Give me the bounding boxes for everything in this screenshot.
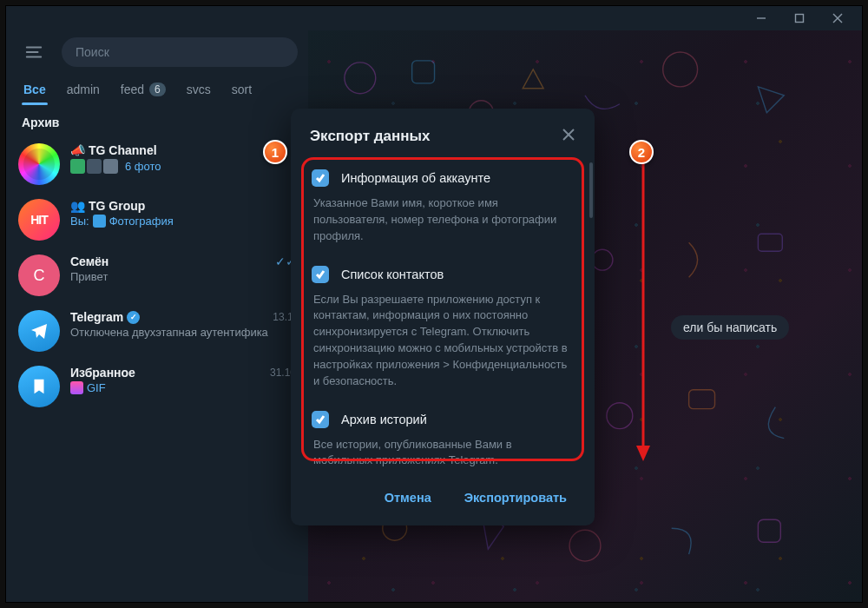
gif-thumb-icon bbox=[70, 381, 83, 394]
chat-list[interactable]: 📣TG Channel 6 фото HIT 👥TG Group Вы: bbox=[6, 136, 308, 602]
svg-point-9 bbox=[592, 249, 613, 270]
chat-title: 📣TG Channel bbox=[70, 143, 157, 157]
checkbox-checked[interactable] bbox=[312, 169, 329, 187]
photo-thumb-icon bbox=[93, 215, 106, 228]
option-label: Информация об аккаунте bbox=[341, 171, 490, 185]
svg-point-15 bbox=[569, 530, 601, 561]
sidebar: Поиск Все admin feed6 svcs sort Архив 📣T… bbox=[6, 30, 308, 602]
chat-item[interactable]: Telegram ✓ 13.1. Отключена двухэтапная а… bbox=[6, 303, 308, 359]
export-options[interactable]: Информация об аккаунте Указанное Вами им… bbox=[303, 161, 593, 472]
annotation-arrow-icon bbox=[636, 162, 654, 463]
search-placeholder: Поиск bbox=[76, 45, 109, 59]
empty-chat-hint: ели бы написать bbox=[671, 315, 789, 340]
option-description: Все истории, опубликованные Вами в мобил… bbox=[312, 437, 577, 470]
megaphone-icon: 📣 bbox=[70, 143, 85, 157]
export-button[interactable]: Экспортировать bbox=[452, 484, 579, 512]
svg-point-12 bbox=[607, 403, 633, 429]
svg-rect-10 bbox=[758, 234, 782, 251]
svg-point-4 bbox=[345, 63, 376, 94]
cancel-button[interactable]: Отмена bbox=[372, 484, 444, 512]
avatar bbox=[18, 310, 60, 352]
tab-feed[interactable]: feed6 bbox=[119, 77, 168, 105]
window-close-button[interactable] bbox=[819, 6, 857, 30]
svg-point-7 bbox=[663, 52, 698, 87]
checkbox-checked[interactable] bbox=[312, 266, 329, 283]
hamburger-menu-button[interactable] bbox=[20, 38, 48, 66]
svg-rect-13 bbox=[689, 390, 715, 409]
folder-tabs: Все admin feed6 svcs sort bbox=[6, 74, 308, 105]
chat-preview: Вы: Фотография bbox=[70, 215, 296, 228]
chat-title: Telegram ✓ bbox=[70, 310, 140, 324]
annotation-badge-1: 1 bbox=[263, 140, 287, 164]
tab-all[interactable]: Все bbox=[22, 77, 48, 105]
chat-preview: 6 фото bbox=[70, 159, 296, 174]
chat-preview: Привет bbox=[70, 270, 296, 283]
avatar: HIT bbox=[18, 199, 60, 241]
option-label: Список контактов bbox=[341, 268, 444, 281]
chat-item[interactable]: HIT 👥TG Group Вы: Фотография bbox=[6, 192, 308, 248]
export-dialog: Экспорт данных Информация об аккаунте Ук… bbox=[291, 109, 595, 525]
svg-rect-1 bbox=[796, 15, 804, 23]
option-row[interactable]: Список контактов bbox=[312, 266, 577, 283]
option-row[interactable]: Информация об аккаунте bbox=[312, 169, 577, 187]
tab-sort[interactable]: sort bbox=[230, 77, 253, 105]
window-minimize-button[interactable] bbox=[742, 6, 780, 30]
export-option-account-info: Информация об аккаунте Указанное Вами им… bbox=[303, 161, 584, 257]
avatar bbox=[18, 143, 60, 185]
tab-svcs[interactable]: svcs bbox=[185, 77, 213, 105]
chat-item[interactable]: С Семён ✓✓ Привет bbox=[6, 248, 308, 303]
annotation-badge-2: 2 bbox=[629, 140, 654, 164]
checkbox-checked[interactable] bbox=[312, 411, 329, 428]
group-icon: 👥 bbox=[70, 199, 85, 213]
option-row[interactable]: Архив историй bbox=[312, 411, 577, 428]
svg-rect-5 bbox=[412, 61, 435, 83]
chat-title: 👥TG Group bbox=[70, 199, 145, 213]
chat-title: Избранное bbox=[70, 366, 135, 380]
verified-icon: ✓ bbox=[127, 311, 140, 324]
avatar bbox=[18, 366, 60, 407]
tab-feed-badge: 6 bbox=[149, 83, 166, 96]
dialog-close-button[interactable] bbox=[558, 124, 579, 149]
chat-item[interactable]: 📣TG Channel 6 фото bbox=[6, 136, 308, 192]
option-description: Если Вы разрешаете приложению доступ к к… bbox=[312, 292, 577, 390]
search-input[interactable]: Поиск bbox=[62, 37, 298, 67]
app-window: Поиск Все admin feed6 svcs sort Архив 📣T… bbox=[5, 5, 863, 603]
chat-title: Семён bbox=[70, 254, 108, 268]
chat-preview: GIF bbox=[70, 381, 296, 394]
avatar: С bbox=[18, 254, 60, 296]
archive-section-label: Архив bbox=[6, 105, 308, 136]
option-description: Указанное Вами имя, короткое имя пользов… bbox=[312, 195, 577, 245]
option-label: Архив историй bbox=[341, 413, 427, 426]
tab-admin[interactable]: admin bbox=[65, 77, 102, 105]
chat-preview: Отключена двухэтапная аутентифика bbox=[70, 326, 296, 339]
window-maximize-button[interactable] bbox=[780, 6, 819, 30]
chat-item[interactable]: Избранное 31.10 GIF bbox=[6, 359, 308, 414]
titlebar bbox=[6, 6, 862, 30]
dialog-title: Экспорт данных bbox=[310, 128, 430, 145]
export-option-story-archive: Архив историй Все истории, опубликованны… bbox=[303, 402, 584, 472]
export-option-contacts: Список контактов Если Вы разрешаете прил… bbox=[303, 257, 584, 402]
svg-rect-16 bbox=[758, 519, 780, 542]
